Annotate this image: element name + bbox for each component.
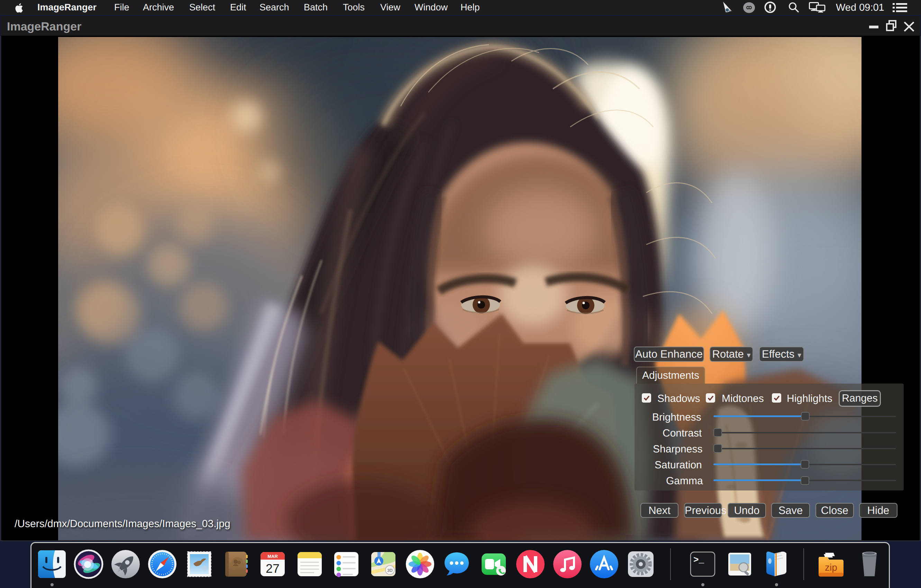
svg-text:3D: 3D <box>387 568 393 573</box>
svg-text:>_: >_ <box>693 555 705 565</box>
svg-text:zip: zip <box>825 562 837 573</box>
svg-text:MAR: MAR <box>267 554 278 559</box>
svg-text:27: 27 <box>266 561 280 575</box>
